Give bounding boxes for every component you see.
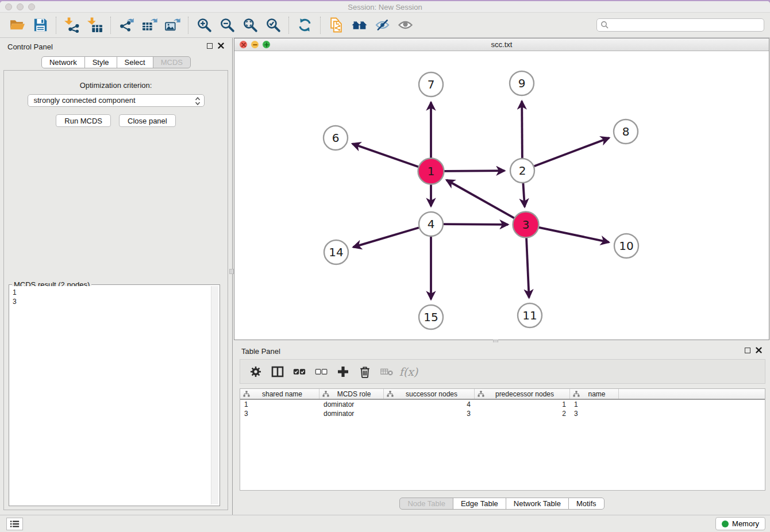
select-all-icon[interactable] bbox=[288, 362, 310, 381]
edge-4-3[interactable] bbox=[444, 224, 508, 225]
open-icon[interactable] bbox=[6, 16, 29, 35]
result-scrollbar[interactable] bbox=[211, 286, 218, 504]
table-tab-network-table[interactable]: Network Table bbox=[506, 498, 569, 510]
table-float-icon[interactable] bbox=[745, 348, 750, 353]
node-14[interactable]: 14 bbox=[324, 240, 348, 264]
node-2[interactable]: 2 bbox=[510, 159, 534, 183]
table-cell[interactable]: 1 bbox=[570, 400, 619, 409]
trash-icon[interactable] bbox=[354, 362, 376, 381]
column-label: successor nodes bbox=[394, 390, 474, 398]
export-table-icon[interactable] bbox=[138, 16, 161, 35]
tab-style[interactable]: Style bbox=[84, 56, 117, 68]
tab-select[interactable]: Select bbox=[117, 56, 153, 68]
node-6[interactable]: 6 bbox=[324, 126, 348, 150]
column-label: predecessor nodes bbox=[484, 390, 569, 398]
table-tab-motifs[interactable]: Motifs bbox=[568, 498, 605, 510]
svg-text:15: 15 bbox=[424, 310, 438, 324]
node-3[interactable]: 3 bbox=[513, 212, 539, 238]
home-icon[interactable] bbox=[348, 16, 371, 35]
tab-mcds[interactable]: MCDS bbox=[153, 56, 191, 68]
column-label: shared name bbox=[250, 390, 319, 398]
edge-2-9[interactable] bbox=[522, 101, 522, 158]
application-window: Session: New Session Control Panel Netwo… bbox=[0, 1, 770, 532]
mcds-result-list[interactable]: 13 bbox=[10, 286, 211, 504]
column-header-successor-nodes[interactable]: successor nodes bbox=[384, 389, 475, 399]
column-header-predecessor-nodes[interactable]: predecessor nodes bbox=[475, 389, 570, 399]
float-panel-icon[interactable] bbox=[207, 43, 213, 49]
zoom-in-icon[interactable] bbox=[192, 16, 215, 35]
control-panel-tabs: NetworkStyleSelectMCDS bbox=[0, 56, 232, 68]
node-11[interactable]: 11 bbox=[518, 303, 542, 327]
node-8[interactable]: 8 bbox=[614, 119, 638, 144]
task-history-button[interactable] bbox=[6, 518, 23, 530]
edge-1-2[interactable] bbox=[444, 171, 505, 171]
tree-icon bbox=[387, 391, 394, 398]
column-header-name[interactable]: name bbox=[570, 389, 619, 399]
node-15[interactable]: 15 bbox=[419, 305, 443, 329]
edge-2-8[interactable] bbox=[534, 138, 609, 166]
vertical-splitter-handle[interactable] bbox=[229, 269, 234, 274]
table-cell[interactable]: dominator bbox=[319, 409, 384, 418]
edge-3-10[interactable] bbox=[538, 228, 609, 242]
close-panel-icon[interactable] bbox=[218, 43, 224, 49]
control-panel-title: Control Panel bbox=[7, 43, 53, 51]
zoom-fit-icon[interactable] bbox=[238, 16, 261, 35]
node-4[interactable]: 4 bbox=[419, 212, 443, 236]
table-cell[interactable]: 3 bbox=[240, 409, 319, 418]
search-input[interactable] bbox=[596, 18, 764, 32]
edge-3-11[interactable] bbox=[526, 237, 529, 298]
node-table[interactable]: shared nameMCDS rolesuccessor nodesprede… bbox=[240, 388, 765, 491]
edge-1-6[interactable] bbox=[352, 144, 419, 167]
edge-2-3[interactable] bbox=[523, 183, 525, 207]
memory-button[interactable]: Memory bbox=[715, 517, 765, 530]
export-network-icon[interactable] bbox=[115, 16, 138, 35]
gear-icon[interactable] bbox=[245, 362, 267, 381]
table-cell[interactable]: 3 bbox=[570, 409, 619, 418]
network-titlebar[interactable]: scc.txt bbox=[234, 38, 769, 51]
table-cell[interactable]: 1 bbox=[240, 400, 319, 409]
node-9[interactable]: 9 bbox=[510, 71, 534, 95]
hide-eye-icon[interactable] bbox=[371, 16, 394, 35]
node-10[interactable]: 10 bbox=[614, 234, 638, 258]
edge-3-1[interactable] bbox=[446, 180, 515, 218]
export-image-icon[interactable] bbox=[161, 16, 184, 35]
refresh-icon[interactable] bbox=[293, 16, 316, 35]
clone-network-icon[interactable] bbox=[325, 16, 348, 35]
save-icon[interactable] bbox=[29, 16, 52, 35]
table-cell[interactable]: 2 bbox=[475, 409, 570, 418]
table-tab-node-table[interactable]: Node Table bbox=[399, 498, 453, 510]
show-eye-icon[interactable] bbox=[394, 16, 417, 35]
table-close-icon[interactable] bbox=[756, 347, 762, 353]
close-panel-button[interactable]: Close panel bbox=[119, 114, 176, 127]
add-icon[interactable] bbox=[332, 362, 354, 381]
column-header-shared-name[interactable]: shared name bbox=[240, 389, 319, 399]
node-1[interactable]: 1 bbox=[418, 159, 444, 184]
import-table-icon[interactable] bbox=[83, 16, 106, 35]
table-row[interactable]: 3dominator323 bbox=[240, 409, 765, 418]
window-title: Session: New Session bbox=[0, 3, 770, 11]
columns-icon[interactable] bbox=[267, 362, 288, 381]
edge-4-14[interactable] bbox=[353, 228, 419, 247]
table-cell[interactable]: 3 bbox=[384, 409, 475, 418]
table-cell[interactable]: 4 bbox=[384, 400, 475, 409]
run-mcds-button[interactable]: Run MCDS bbox=[56, 114, 111, 127]
function-icon: f(x) bbox=[398, 362, 419, 381]
zoom-out-icon[interactable] bbox=[215, 16, 238, 35]
network-canvas[interactable]: 7968124314101511 bbox=[234, 51, 769, 340]
optimization-dropdown[interactable]: strongly connected component bbox=[28, 94, 205, 107]
table-panel-header: Table Panel bbox=[234, 342, 770, 360]
list-icon bbox=[10, 520, 20, 528]
toolbar-separator bbox=[320, 17, 321, 34]
table-tab-edge-table[interactable]: Edge Table bbox=[453, 498, 506, 510]
import-network-icon[interactable] bbox=[60, 16, 83, 35]
svg-text:1: 1 bbox=[428, 164, 435, 178]
delete-column-icon bbox=[376, 362, 398, 381]
column-header-MCDS-role[interactable]: MCDS role bbox=[319, 389, 384, 399]
table-cell[interactable]: 1 bbox=[475, 400, 570, 409]
tab-network[interactable]: Network bbox=[41, 56, 85, 68]
zoom-selected-icon[interactable] bbox=[261, 16, 284, 35]
unselect-all-icon[interactable] bbox=[310, 362, 332, 381]
node-7[interactable]: 7 bbox=[419, 72, 443, 97]
table-cell[interactable]: dominator bbox=[319, 400, 384, 409]
table-row[interactable]: 1dominator411 bbox=[240, 400, 765, 409]
